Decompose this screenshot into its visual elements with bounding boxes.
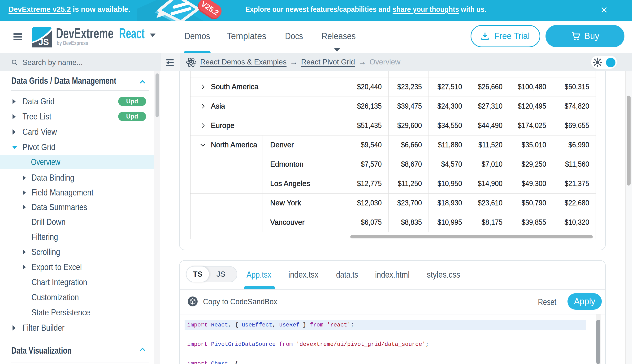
svg-text:JS: JS (39, 37, 49, 47)
